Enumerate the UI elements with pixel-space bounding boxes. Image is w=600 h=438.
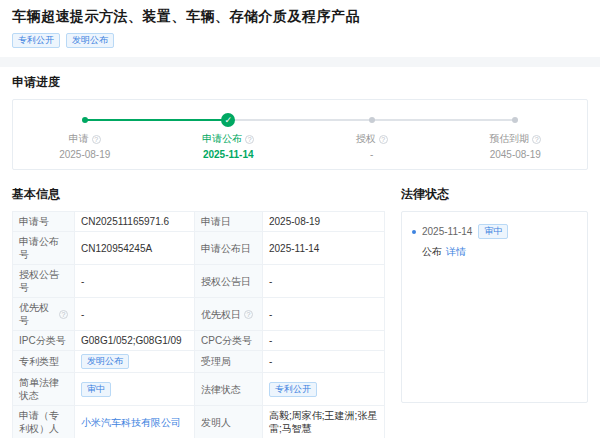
basic-info-table: 申请号 CN202511165971.6 申请日 2025-08-19 申请公布… [12, 211, 385, 438]
applicant-link[interactable]: 小米汽车科技有限公司 [81, 417, 181, 428]
table-row: 申请公布号 CN120954245A 申请公布日 2025-11-14 [13, 232, 385, 265]
info-icon[interactable]: ? [245, 135, 254, 144]
step-dot-pending [512, 117, 518, 123]
check-icon: ✓ [221, 113, 235, 127]
table-row: 专利类型 发明公布 受理局 - [13, 351, 385, 373]
step-date: 2025-11-14 [203, 149, 254, 160]
step-date: 2045-08-19 [490, 149, 541, 160]
step-date: 2025-08-19 [59, 149, 110, 160]
step-date: - [370, 149, 373, 160]
info-icon[interactable]: ? [244, 310, 253, 319]
main-content: 基本信息 申请号 CN202511165971.6 申请日 2025-08-19… [0, 180, 600, 438]
step-dot-pending [369, 117, 375, 123]
basic-info-title: 基本信息 [12, 186, 385, 203]
patent-type-badge: 发明公布 [81, 354, 129, 369]
legal-status-card: 2025-11-14 审中 公布 详情 [401, 211, 588, 403]
status-badge: 专利公开 [12, 33, 60, 48]
connector-pending [372, 119, 516, 121]
priority-number: - [75, 298, 195, 331]
field-label: 发明人 [195, 406, 263, 438]
legal-status-date: 2025-11-14 [422, 226, 472, 237]
step-label: 申请 [69, 132, 89, 146]
legal-status-section: 法律状态 2025-11-14 审中 公布 详情 [401, 182, 588, 438]
field-label: 申请公布号 [13, 232, 75, 265]
info-icon[interactable]: ? [532, 135, 541, 144]
grant-number: - [75, 265, 195, 298]
page-title: 车辆超速提示方法、装置、车辆、存储介质及程序产品 [12, 8, 588, 26]
table-row: 授权公告号 - 授权公告日 - [13, 265, 385, 298]
progress-step-expiry: 预估到期 ? 2045-08-19 [444, 113, 588, 160]
legal-status-item: 2025-11-14 审中 [412, 224, 577, 239]
table-row: 申请号 CN202511165971.6 申请日 2025-08-19 [13, 212, 385, 232]
field-label: 优先权日 [201, 308, 241, 321]
field-label: 申请号 [13, 212, 75, 232]
application-progress-section: 申请进度 申请 ? 2025-08-19 ✓ 申请公布 ? 2025-11-14 [0, 67, 600, 180]
field-label: CPC分类号 [195, 331, 263, 351]
legal-status-action: 公布 [422, 245, 442, 259]
field-label: 受理局 [195, 351, 263, 373]
grant-date: - [263, 265, 385, 298]
field-label: 法律状态 [195, 373, 263, 406]
field-label: 申请（专利权）人 [13, 406, 75, 438]
publication-date: 2025-11-14 [263, 232, 385, 265]
info-icon[interactable]: ? [92, 135, 101, 144]
field-label: 优先权号 [19, 301, 56, 327]
legal-status-badge: 专利公开 [269, 382, 317, 397]
legal-status-item-badge: 审中 [478, 224, 508, 239]
receiving-office: - [263, 351, 385, 373]
field-label: 专利类型 [13, 351, 75, 373]
field-label: IPC分类号 [13, 331, 75, 351]
priority-date: - [263, 298, 385, 331]
inventors: 高毅;周家伟;王建洲;张星雷;马智慧 [263, 406, 385, 438]
application-number: CN202511165971.6 [75, 212, 195, 232]
step-dot-done [82, 117, 88, 123]
patent-badges: 专利公开 发明公布 [12, 33, 588, 48]
field-label: 授权公告号 [13, 265, 75, 298]
application-date: 2025-08-19 [263, 212, 385, 232]
patent-header: 车辆超速提示方法、装置、车辆、存储介质及程序产品 专利公开 发明公布 [0, 0, 600, 57]
basic-info-section: 基本信息 申请号 CN202511165971.6 申请日 2025-08-19… [12, 182, 385, 438]
table-row: 简单法律状态 审中 法律状态 专利公开 [13, 373, 385, 406]
type-badge: 发明公布 [66, 33, 114, 48]
field-label: 简单法律状态 [13, 373, 75, 406]
simple-legal-status-badge: 审中 [81, 382, 111, 397]
table-row: 优先权号? - 优先权日? - [13, 298, 385, 331]
legal-status-detail-link[interactable]: 详情 [446, 245, 466, 259]
field-label: 申请公布日 [195, 232, 263, 265]
legal-status-title: 法律状态 [401, 186, 588, 203]
connector-done [85, 119, 229, 121]
field-label: 授权公告日 [195, 265, 263, 298]
info-icon[interactable]: ? [59, 310, 68, 319]
table-row: 申请（专利权）人 小米汽车科技有限公司 发明人 高毅;周家伟;王建洲;张星雷;马… [13, 406, 385, 438]
publication-number: CN120954245A [75, 232, 195, 265]
section-divider [0, 57, 600, 67]
info-icon[interactable]: ? [379, 135, 388, 144]
bullet-icon [412, 230, 416, 234]
field-label: 申请日 [195, 212, 263, 232]
table-row: IPC分类号 G08G1/052;G08G1/09 CPC分类号 - [13, 331, 385, 351]
step-label: 授权 [356, 132, 376, 146]
connector-pending [228, 119, 372, 121]
cpc-class: - [263, 331, 385, 351]
step-label: 申请公布 [202, 132, 242, 146]
progress-section-title: 申请进度 [12, 74, 588, 91]
progress-timeline: 申请 ? 2025-08-19 ✓ 申请公布 ? 2025-11-14 授权 [12, 99, 588, 170]
ipc-class: G08G1/052;G08G1/09 [75, 331, 195, 351]
step-label: 预估到期 [489, 132, 529, 146]
